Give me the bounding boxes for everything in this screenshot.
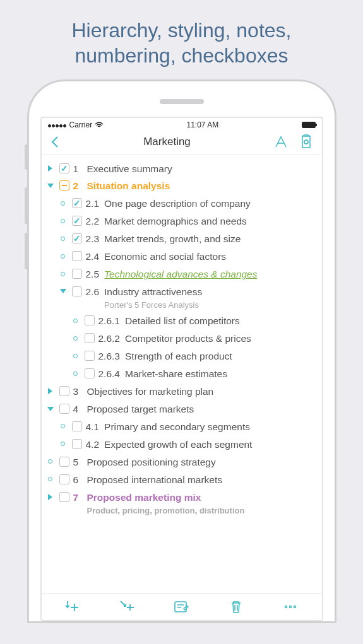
checkbox[interactable]	[59, 404, 69, 414]
row-label: Objectives for marketing plan	[87, 386, 214, 397]
more-button[interactable]	[282, 600, 299, 614]
promo-line-1: Hierarchy, styling, notes,	[72, 19, 292, 42]
row-label: Primary and secondary segments	[104, 421, 250, 432]
outline-row[interactable]: 2.2Market demographics and needs	[45, 213, 318, 231]
row-number: 1	[73, 163, 82, 176]
promo-line-2: numbering, checkboxes	[75, 44, 289, 67]
outline-row[interactable]: 2.6.1Detailed list of competitors	[45, 313, 318, 331]
row-number: 6	[73, 474, 82, 487]
row-label: Industry attractiveness	[104, 286, 202, 297]
edit-note-button[interactable]	[173, 600, 189, 614]
outline-row[interactable]: 2.6Industry attractivenessPorter's 5 For…	[45, 283, 318, 312]
row-number: 4.1	[86, 421, 100, 434]
leaf-bullet-icon	[58, 215, 68, 226]
outline-row[interactable]: 3Objectives for marketing plan	[45, 383, 318, 401]
outline-row[interactable]: 5Proposed positioning strategy	[45, 454, 318, 471]
row-label: Strength of each product	[125, 351, 232, 361]
checkbox[interactable]	[85, 315, 95, 325]
checkbox[interactable]	[72, 269, 82, 279]
bottom-toolbar	[42, 593, 322, 620]
leaf-bullet-icon	[58, 197, 68, 209]
outline-row[interactable]: 6Proposed international markets	[45, 471, 318, 489]
checkbox[interactable]	[72, 286, 82, 296]
leaf-bullet-icon	[58, 438, 68, 450]
svg-point-3	[290, 606, 292, 608]
row-number: 2.2	[86, 215, 100, 228]
checkbox[interactable]	[72, 421, 82, 431]
checkbox[interactable]	[59, 180, 69, 190]
outline-row[interactable]: 4.1Primary and secondary segments	[45, 418, 318, 436]
checkbox[interactable]	[85, 333, 95, 343]
row-label: Proposed international markets	[87, 474, 223, 485]
disclosure-triangle-icon[interactable]	[45, 180, 56, 191]
row-number: 2.1	[86, 197, 100, 211]
leaf-bullet-icon	[71, 350, 81, 361]
status-bar: Carrier 11:07 AM	[42, 118, 322, 131]
outline-row[interactable]: 1Executive summary	[45, 160, 318, 178]
phone-side-button	[25, 187, 28, 224]
outline-row[interactable]: 2Situation analysis	[45, 178, 318, 196]
outline-row[interactable]: 2.4Economic and social factors	[45, 249, 318, 266]
row-number: 2.6.1	[98, 315, 120, 328]
settings-button[interactable]	[299, 134, 314, 149]
checkbox[interactable]	[85, 368, 95, 378]
leaf-bullet-icon	[45, 456, 56, 467]
row-label: Proposed positioning strategy	[87, 457, 216, 467]
row-number: 2	[73, 180, 82, 193]
row-number: 5	[73, 456, 82, 469]
promo-heading: Hierarchy, styling, notes, numbering, ch…	[0, 0, 363, 79]
phone-speaker	[160, 99, 204, 104]
row-label: Market trends, growth, and size	[104, 233, 241, 244]
back-button[interactable]	[49, 134, 61, 149]
outline-row[interactable]: 7Proposed marketing mixProduct, pricing,…	[45, 489, 318, 518]
row-number: 4	[73, 403, 82, 416]
checkbox[interactable]	[59, 386, 69, 396]
row-label: Proposed marketing mix	[87, 492, 201, 503]
app-screen: Carrier 11:07 AM Marketing	[40, 117, 323, 621]
row-note: Porter's 5 Forces Analysis	[104, 300, 318, 311]
outline-row[interactable]: 2.6.4Market-share estimates	[45, 366, 318, 383]
outline-list[interactable]: 1Executive summary2Situation analysis2.1…	[42, 155, 322, 593]
clock-label: 11:07 AM	[186, 120, 218, 129]
signal-strength-icon	[48, 120, 67, 129]
add-below-button[interactable]	[64, 600, 81, 614]
leaf-bullet-icon	[58, 250, 68, 262]
add-child-button[interactable]	[119, 600, 135, 614]
checkbox[interactable]	[59, 474, 69, 484]
checkbox[interactable]	[72, 233, 82, 243]
outline-row[interactable]: 2.5Technological advances & changes	[45, 266, 318, 284]
checkbox[interactable]	[59, 457, 69, 467]
outline-row[interactable]: 2.3Market trends, growth, and size	[45, 231, 318, 249]
checkbox[interactable]	[72, 198, 82, 208]
delete-button[interactable]	[228, 600, 244, 614]
disclosure-triangle-icon[interactable]	[58, 286, 68, 297]
disclosure-triangle-icon[interactable]	[45, 491, 56, 503]
checkbox[interactable]	[59, 163, 69, 173]
leaf-bullet-icon	[58, 233, 68, 244]
checkbox[interactable]	[85, 351, 95, 361]
outline-row[interactable]: 4.2Expected growth of each segment	[45, 436, 318, 454]
outline-row[interactable]: 2.6.3Strength of each product	[45, 348, 318, 366]
leaf-bullet-icon	[71, 368, 81, 379]
text-style-button[interactable]	[273, 134, 289, 149]
outline-row[interactable]: 2.6.2Competitor products & prices	[45, 331, 318, 348]
phone-frame: Carrier 11:07 AM Marketing	[27, 79, 336, 623]
row-number: 2.6.3	[98, 350, 120, 363]
outline-row[interactable]: 2.1One page description of company	[45, 196, 318, 213]
svg-point-2	[285, 606, 287, 608]
carrier-label: Carrier	[69, 120, 93, 129]
disclosure-triangle-icon[interactable]	[45, 163, 56, 174]
checkbox[interactable]	[72, 251, 82, 261]
outline-row[interactable]: 4Proposed target markets	[45, 401, 318, 419]
checkbox[interactable]	[59, 492, 69, 502]
row-number: 2.5	[86, 268, 100, 281]
checkbox[interactable]	[72, 439, 82, 449]
row-label: Detailed list of competitors	[125, 315, 240, 326]
leaf-bullet-icon	[58, 268, 68, 279]
row-label: Market-share estimates	[125, 368, 227, 379]
disclosure-triangle-icon[interactable]	[45, 385, 56, 397]
row-number: 7	[73, 491, 82, 516]
disclosure-triangle-icon[interactable]	[45, 403, 56, 414]
row-label: Executive summary	[87, 163, 172, 174]
checkbox[interactable]	[72, 216, 82, 226]
